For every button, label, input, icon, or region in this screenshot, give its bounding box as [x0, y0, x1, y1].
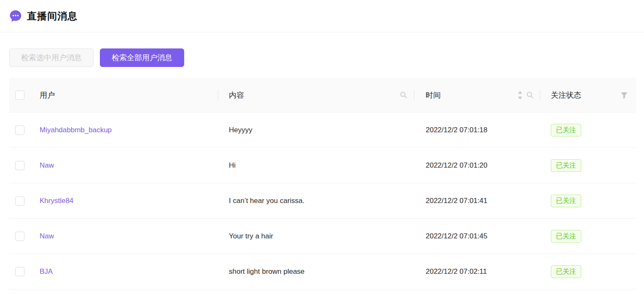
search-all-users-button[interactable]: 检索全部用户消息 [100, 48, 184, 67]
status-cell: 已关注 [540, 183, 636, 218]
content-cell: Your try a hair [218, 219, 414, 254]
column-header-user-label: 用户 [40, 90, 55, 100]
column-header-status: 关注状态 [540, 78, 636, 112]
follow-status-badge: 已关注 [551, 159, 581, 172]
user-cell: Khrystle84 [34, 183, 218, 218]
follow-status-badge: 已关注 [551, 265, 581, 278]
follow-status-badge: 已关注 [551, 124, 581, 136]
username-link[interactable]: Naw [40, 232, 54, 241]
time-cell: 2022/12/2 07:01:18 [414, 112, 540, 147]
message-time: 2022/12/2 07:02:11 [426, 267, 487, 276]
chat-bubble-icon [9, 10, 22, 22]
message-content: short light brown please [229, 267, 305, 276]
search-icon[interactable] [526, 91, 534, 99]
column-header-content-label: 内容 [229, 90, 244, 100]
status-cell: 已关注 [540, 219, 636, 254]
select-all-cell [9, 78, 34, 112]
content-cell: Hi [218, 148, 414, 183]
status-cell: 已关注 [540, 254, 636, 289]
row-select-cell [9, 219, 34, 254]
username-link[interactable]: Khrystle84 [40, 197, 73, 205]
row-checkbox[interactable] [15, 161, 24, 170]
table-row: Khrystle84 I can’t hear you carissa. 202… [9, 183, 636, 219]
message-content: Hi [229, 161, 236, 170]
username-link[interactable]: BJA [40, 267, 53, 276]
page-title: 直播间消息 [27, 10, 78, 23]
user-cell: Miyahdabbmb_backup [34, 112, 218, 147]
time-cell: 2022/12/2 07:01:41 [414, 183, 540, 218]
row-select-cell [9, 112, 34, 147]
row-select-cell [9, 183, 34, 218]
column-header-time: 时间 [414, 78, 540, 112]
column-header-status-label: 关注状态 [551, 90, 581, 100]
status-cell: 已关注 [540, 112, 636, 147]
column-header-content: 内容 [218, 78, 414, 112]
user-cell: Naw [34, 219, 218, 254]
row-select-cell [9, 254, 34, 289]
row-checkbox[interactable] [15, 196, 24, 206]
column-header-user: 用户 [34, 78, 218, 112]
message-time: 2022/12/2 07:01:41 [426, 197, 488, 205]
username-link[interactable]: Naw [40, 161, 54, 170]
table-row: Naw Your try a hair 2022/12/2 07:01:45 已… [9, 219, 636, 254]
message-content: Heyyyy [229, 126, 252, 134]
table-body: Miyahdabbmb_backup Heyyyy 2022/12/2 07:0… [9, 112, 636, 289]
search-icon[interactable] [400, 91, 407, 99]
message-content: I can’t hear you carissa. [229, 197, 305, 205]
table-row: Naw Hi 2022/12/2 07:01:20 已关注 [9, 148, 636, 183]
message-time: 2022/12/2 07:01:45 [426, 232, 488, 241]
user-cell: BJA [34, 254, 218, 289]
follow-status-badge: 已关注 [551, 195, 581, 207]
column-header-time-label: 时间 [426, 90, 441, 100]
page-header: 直播间消息 [0, 0, 644, 32]
message-content: Your try a hair [229, 232, 273, 241]
sorter-icon[interactable] [518, 90, 523, 100]
message-time: 2022/12/2 07:01:18 [426, 126, 488, 134]
select-all-checkbox[interactable] [15, 91, 24, 100]
content-cell: I can’t hear you carissa. [218, 183, 414, 218]
table-row: Miyahdabbmb_backup Heyyyy 2022/12/2 07:0… [9, 112, 636, 148]
search-selected-users-button[interactable]: 检索选中用户消息 [9, 48, 94, 67]
user-cell: Naw [34, 148, 218, 183]
row-checkbox[interactable] [15, 232, 24, 241]
table-row: BJA short light brown please 2022/12/2 0… [9, 254, 636, 289]
filter-icon[interactable] [621, 92, 628, 99]
table-header-row: 用户 内容 时间 [9, 78, 636, 112]
content-cell: short light brown please [218, 254, 414, 289]
row-select-cell [9, 148, 34, 183]
row-checkbox[interactable] [15, 126, 24, 135]
follow-status-badge: 已关注 [551, 230, 581, 243]
row-checkbox[interactable] [15, 267, 24, 276]
toolbar: 检索选中用户消息 检索全部用户消息 [9, 48, 644, 67]
message-time: 2022/12/2 07:01:20 [426, 161, 488, 170]
time-cell: 2022/12/2 07:01:20 [414, 148, 540, 183]
messages-table: 用户 内容 时间 [9, 78, 636, 289]
time-cell: 2022/12/2 07:01:45 [414, 219, 540, 254]
content-cell: Heyyyy [218, 112, 414, 147]
time-cell: 2022/12/2 07:02:11 [414, 254, 540, 289]
status-cell: 已关注 [540, 148, 636, 183]
username-link[interactable]: Miyahdabbmb_backup [40, 126, 112, 134]
